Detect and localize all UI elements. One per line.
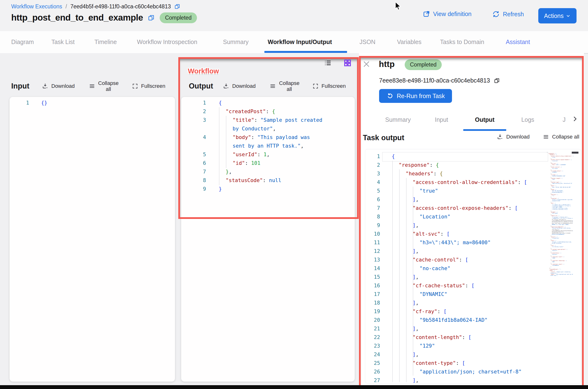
tab-task-list[interactable]: Task List <box>51 31 75 53</box>
copy-icon[interactable] <box>174 3 180 10</box>
tab-tasks-to-domain[interactable]: Tasks to Domain <box>440 31 484 53</box>
tab-summary[interactable]: Summary <box>223 31 249 53</box>
code-line: 27], <box>365 376 547 385</box>
fullscreen-icon <box>312 83 319 89</box>
code-line: 14"no-cache" <box>365 264 547 273</box>
collapse-icon <box>269 83 276 90</box>
tab-workflow-introspection[interactable]: Workflow Introspection <box>137 31 197 53</box>
chevron-down-icon <box>565 13 571 18</box>
code-line: 4"body": "This payload was <box>181 133 355 142</box>
task-name: http <box>379 59 395 69</box>
copy-icon[interactable] <box>494 77 500 84</box>
chevron-right-icon[interactable] <box>571 115 578 124</box>
editor-scrollbar-thumb[interactable] <box>572 152 578 154</box>
rerun-icon <box>386 92 393 99</box>
code-line: 8"statusCode": null <box>181 176 355 185</box>
tab-timeline[interactable]: Timeline <box>94 31 117 53</box>
output-collapse-all-button[interactable]: Collapse all <box>269 80 300 92</box>
output-fullscreen-button[interactable]: Fullscreen <box>312 83 346 89</box>
code-line: 20"9b5841fd1b8a0624-IAD" <box>365 316 547 324</box>
tab-assistant[interactable]: Assistant <box>506 31 530 53</box>
task-output-download-button[interactable]: Download <box>497 133 530 140</box>
fullscreen-icon <box>132 83 138 89</box>
code-line: 8"Location" <box>365 212 547 221</box>
input-fullscreen-button[interactable]: Fullscreen <box>132 83 165 89</box>
code-line: 25"content-type": [ <box>365 359 547 367</box>
download-icon <box>497 133 504 140</box>
code-line: 3"title": "Sample post created <box>181 116 355 124</box>
refresh-button[interactable]: Refresh <box>492 10 524 18</box>
code-line: 5"true" <box>365 187 547 195</box>
title-row: http_post_end_to_end_example Completed <box>11 11 197 24</box>
tab-workflow-input-output[interactable]: Workflow Input/Output <box>268 31 332 53</box>
code-line: 6"id": 101 <box>181 159 355 167</box>
code-line: 9], <box>365 221 547 230</box>
code-line: 4"access-control-allow-credentials": [ <box>365 178 547 187</box>
view-definition-button[interactable]: View definition <box>422 10 472 18</box>
task-tab-summary[interactable]: Summary <box>385 112 411 127</box>
page-title: http_post_end_to_end_example <box>11 13 143 23</box>
code-line: 15], <box>365 273 547 281</box>
list-view-icon[interactable] <box>324 59 332 67</box>
annotation-label-workflow: Workflow <box>188 67 219 75</box>
task-tab-json-truncated[interactable]: J <box>563 112 566 127</box>
output-title: Output <box>189 82 213 91</box>
page-header: Workflow Executions / 7eed4b5f-e498-11f0… <box>0 0 588 31</box>
collapse-icon <box>89 83 95 90</box>
task-tab-output[interactable]: Output <box>475 112 495 127</box>
task-output-editor[interactable]: 1{2"response": {3"headers": {4"access-co… <box>365 152 547 385</box>
code-line: 24], <box>365 350 547 359</box>
code-line: 23"129" <box>365 342 547 350</box>
download-icon <box>223 83 229 90</box>
grid-view-icon[interactable] <box>343 59 352 67</box>
code-line: 16"cf-cache-status": [ <box>365 281 547 290</box>
workflow-output-editor[interactable]: 1{2"createdPost": {3"title": "Sample pos… <box>181 98 355 193</box>
active-tab-underline <box>264 51 347 53</box>
tab-variables[interactable]: Variables <box>397 31 421 53</box>
task-output-collapse-all-button[interactable]: Collapse all <box>543 133 579 140</box>
code-line: 9} <box>181 185 355 193</box>
task-id-row: 7eee83e8-e498-11f0-a0ca-c60c4ebc4813 <box>379 77 500 84</box>
task-id: 7eee83e8-e498-11f0-a0ca-c60c4ebc4813 <box>379 77 490 84</box>
code-line: 10"alt-svc": [ <box>365 230 547 238</box>
rerun-from-task-button[interactable]: Re-Run from Task <box>379 89 452 103</box>
external-link-icon <box>422 10 430 18</box>
code-line: 7"access-control-expose-headers": [ <box>365 204 547 212</box>
input-editor[interactable]: 1{} <box>10 98 175 107</box>
input-download-button[interactable]: Download <box>42 83 75 90</box>
code-line: 18], <box>365 298 547 307</box>
copy-icon[interactable] <box>148 14 155 21</box>
breadcrumb-workflow-executions-link[interactable]: Workflow Executions <box>11 3 62 10</box>
app-window: Workflow Executions / 7eed4b5f-e498-11f0… <box>0 0 588 389</box>
task-tab-logs[interactable]: Logs <box>521 112 534 127</box>
input-section-header: Input Download Collapse all Fullscreen <box>11 78 179 95</box>
mouse-cursor <box>394 1 402 12</box>
tab-diagram[interactable]: Diagram <box>11 31 34 53</box>
breadcrumb-execution-id: 7eed4b5f-e498-11f0-a0ca-c60c4ebc4813 <box>70 3 171 10</box>
tab-json[interactable]: JSON <box>360 31 375 53</box>
code-line: 22"content-length": [ <box>365 333 547 342</box>
task-output-title: Task output <box>363 133 404 142</box>
code-line: 13"cache-control": [ <box>365 256 547 264</box>
code-line: 26"application/json; charset=utf-8" <box>365 367 547 376</box>
output-view-toggle <box>324 59 352 67</box>
code-line: 1{ <box>365 152 547 161</box>
code-line: 21], <box>365 324 547 333</box>
editor-minimap[interactable]: { "response": { "headers": { "access-con… <box>547 152 577 276</box>
code-line: by Conductor", <box>181 124 355 133</box>
actions-button[interactable]: Actions <box>538 8 577 24</box>
task-output-toolbar: Download Collapse all <box>497 133 579 140</box>
workflow-tabbar: Diagram Task List Timeline Workflow Intr… <box>0 31 588 54</box>
bottom-screen-bar <box>0 385 588 389</box>
output-download-button[interactable]: Download <box>223 83 256 90</box>
collapse-icon <box>543 133 549 140</box>
code-line: 2"createdPost": { <box>181 107 355 116</box>
code-line: 11"h3=\":443\"; ma=86400" <box>365 238 547 247</box>
download-icon <box>42 83 49 90</box>
task-active-tab-underline <box>463 129 506 131</box>
input-collapse-all-button[interactable]: Collapse all <box>89 80 119 92</box>
close-task-panel-button[interactable] <box>362 60 371 68</box>
task-tab-input[interactable]: Input <box>435 112 448 127</box>
code-line: 12], <box>365 247 547 256</box>
code-line: 6], <box>365 195 547 204</box>
